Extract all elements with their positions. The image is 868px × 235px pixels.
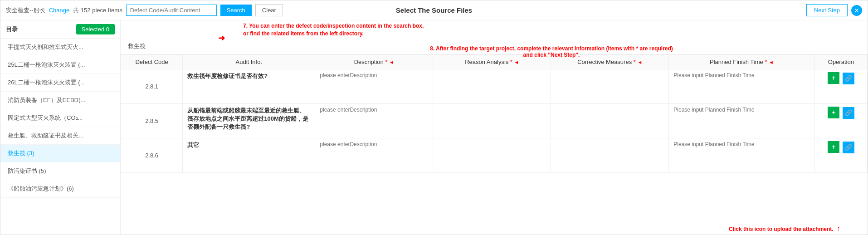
attach-button-3[interactable]: 🔗 (843, 142, 854, 153)
reason-input-3[interactable] (438, 141, 546, 168)
sidebar-item-5[interactable]: 固定式大型灭火系统（CO₂... (0, 109, 120, 127)
corrective-arrow: ◄ (637, 59, 642, 65)
data-table: Defect Code Audit Info. Description * ◄ … (121, 54, 868, 173)
sidebar: 目录 Selected 0 手提式灭火剂和推车式灭火... 25L二桶一枪泡沫灭… (0, 20, 121, 235)
description-input-2[interactable] (320, 107, 428, 134)
description-input-1[interactable] (320, 72, 428, 99)
search-button[interactable]: Search (220, 5, 252, 16)
col-defect-code: Defect Code (121, 55, 183, 69)
defect-code-3: 2.8.6 (121, 138, 183, 173)
annotation-7: 7. You can enter the defect code/inspect… (243, 22, 424, 38)
planned-finish-cell-2 (669, 104, 814, 138)
op-cell-1: + 🔗 (814, 69, 867, 104)
modal-title: Select The Source Files (396, 6, 472, 14)
top-bar: 安全检查--船长 Change 共 152 piece Items Search… (0, 0, 868, 20)
sidebar-item-7[interactable]: 救生筏 (3) (0, 145, 120, 162)
op-cell-2: + 🔗 (814, 104, 867, 138)
col-planned-finish-time: Planned Finish Time * ◄ (669, 55, 814, 69)
defect-code-1: 2.8.1 (121, 69, 183, 104)
planned-finish-input-3[interactable] (673, 141, 809, 147)
sidebar-item-9[interactable]: 《船舶油污应急计划》(6) (0, 180, 120, 198)
breadcrumb: 安全检查--船长 (6, 6, 45, 15)
selected-badge[interactable]: Selected 0 (76, 24, 115, 34)
next-step-button[interactable]: Next Step (806, 4, 848, 16)
description-arrow: ◄ (389, 59, 394, 65)
sidebar-header: 目录 Selected 0 (0, 20, 120, 39)
add-button-3[interactable]: + (828, 141, 839, 153)
reason-input-1[interactable] (438, 72, 546, 99)
reason-arrow: ◄ (514, 59, 519, 65)
sidebar-item-2[interactable]: 25L二桶一枪泡沫灭火装置 (... (0, 56, 120, 74)
reason-cell-1 (433, 69, 551, 104)
sidebar-item-6[interactable]: 救生艇、救助艇证书及相关... (0, 127, 120, 145)
col-reason-analysis: Reason Analysis * ◄ (433, 55, 551, 69)
clear-button[interactable]: Clear (255, 4, 283, 16)
planned-arrow: ◄ (769, 59, 774, 65)
description-cell-2 (315, 104, 433, 138)
top-bar-right: Next Step ✕ (806, 4, 862, 16)
audit-info-2: 从船锚最前端或船舷最末端至最近的救生艇、筏存放地点之间水平距离超过100M的货船… (183, 104, 315, 138)
modal-container: 安全检查--船长 Change 共 152 piece Items Search… (0, 0, 868, 235)
table-row: 2.8.1 救生筏年度检修证书是否有效? (121, 69, 868, 104)
close-button[interactable]: ✕ (851, 5, 862, 16)
attach-button-2[interactable]: 🔗 (843, 107, 854, 119)
table-row: 2.8.6 其它 (121, 138, 868, 173)
annotation-attach: Click this icon to upload the attachment… (729, 225, 840, 233)
sidebar-item-1[interactable]: 手提式灭火剂和推车式灭火... (0, 39, 120, 56)
reason-required-star: * (510, 59, 512, 65)
corrective-input-1[interactable] (556, 72, 664, 99)
description-cell-3 (315, 138, 433, 173)
planned-finish-cell-3 (669, 138, 814, 173)
corrective-required-star: * (634, 59, 636, 65)
planned-finish-input-1[interactable] (673, 72, 809, 78)
search-input[interactable] (126, 5, 217, 16)
col-operation: Operation (814, 55, 867, 69)
reason-cell-3 (433, 138, 551, 173)
planned-required-star: * (765, 59, 767, 65)
add-button-1[interactable]: + (828, 72, 839, 84)
sidebar-item-3[interactable]: 26L二桶一枪泡沫灭火装置 (... (0, 74, 120, 92)
planned-finish-input-2[interactable] (673, 107, 809, 113)
corrective-cell-2 (551, 104, 669, 138)
col-corrective-measures: Corrective Measures * ◄ (551, 55, 669, 69)
main-layout: 目录 Selected 0 手提式灭火剂和推车式灭火... 25L二桶一枪泡沫灭… (0, 20, 868, 235)
op-cell-3: + 🔗 (814, 138, 867, 173)
table-row: 2.8.5 从船锚最前端或船舷最末端至最近的救生艇、筏存放地点之间水平距离超过1… (121, 104, 868, 138)
corrective-input-3[interactable] (556, 141, 664, 168)
change-link[interactable]: Change (49, 7, 70, 14)
defect-code-2: 2.8.5 (121, 104, 183, 138)
reason-cell-2 (433, 104, 551, 138)
reason-input-2[interactable] (438, 107, 546, 134)
audit-info-3: 其它 (183, 138, 315, 173)
sidebar-item-8[interactable]: 防污染证书 (5) (0, 162, 120, 180)
col-audit-info: Audit Info. (183, 55, 315, 69)
top-bar-left: 安全检查--船长 Change 共 152 piece Items Search… (6, 4, 283, 16)
corrective-cell-3 (551, 138, 669, 173)
sidebar-item-4[interactable]: 消防员装备（EF）及EEBD(... (0, 92, 120, 109)
planned-finish-cell-1 (669, 69, 814, 104)
corrective-cell-1 (551, 69, 669, 104)
content-area: 7. You can enter the defect code/inspect… (121, 20, 868, 235)
add-button-2[interactable]: + (828, 107, 839, 118)
corrective-input-2[interactable] (556, 107, 664, 134)
item-count: 共 152 piece Items (73, 6, 122, 15)
audit-info-1: 救生筏年度检修证书是否有效? (183, 69, 315, 104)
description-cell-1 (315, 69, 433, 104)
attach-button-1[interactable]: 🔗 (843, 73, 854, 84)
description-input-3[interactable] (320, 141, 428, 168)
col-description: Description * ◄ (315, 55, 433, 69)
description-required-star: * (385, 59, 387, 65)
sidebar-title: 目录 (6, 25, 18, 34)
section-heading: 救生筏 (121, 39, 868, 54)
